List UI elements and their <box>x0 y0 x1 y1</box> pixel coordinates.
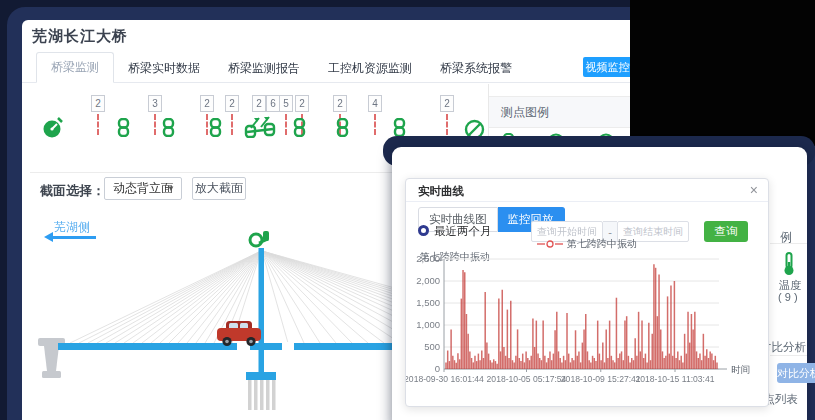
svg-text:1,000: 1,000 <box>416 319 440 330</box>
main-tab-bar: 桥梁监测桥梁实时数据桥梁监测报告工控机资源监测桥梁系统报警 <box>36 56 526 83</box>
page-title: 芜湖长江大桥 <box>32 27 128 46</box>
tab-0[interactable]: 桥梁监测 <box>36 52 114 83</box>
section-select-dropdown[interactable]: 动态背立面 ▼ <box>104 177 182 200</box>
section-select-value: 动态背立面 <box>113 181 173 195</box>
svg-text:1,500: 1,500 <box>416 297 440 308</box>
sensor-count-badge[interactable]: 2 <box>200 95 214 112</box>
recent-two-months-radio[interactable] <box>418 225 429 236</box>
vibration-chart: 05001,0001,5002,0002,5002018-09-30 16:01… <box>406 249 770 399</box>
svg-text:2018-09-30 16:01:44: 2018-09-30 16:01:44 <box>406 374 484 384</box>
tab-4[interactable]: 桥梁系统报警 <box>426 54 526 83</box>
tab-2[interactable]: 桥梁监测报告 <box>214 54 314 83</box>
sensor-guide-line <box>154 114 156 135</box>
svg-text:2018-10-15 11:03:41: 2018-10-15 11:03:41 <box>635 374 714 384</box>
sensor-guide-line <box>206 114 208 135</box>
screen-cutoff <box>630 0 815 146</box>
chain-link-icon[interactable] <box>336 118 349 141</box>
dialog-header: 实时曲线 × <box>406 179 768 202</box>
screen: 芜湖长江大桥 桥梁监测桥梁实时数据桥梁监测报告工控机资源监测桥梁系统报警 视频监… <box>0 0 815 420</box>
enlarge-section-button[interactable]: 放大截面 <box>192 177 246 200</box>
sensor-count-badge[interactable]: 2 <box>333 95 347 112</box>
section-select-label: 截面选择： <box>40 182 105 200</box>
tab-3[interactable]: 工控机资源监测 <box>314 54 426 83</box>
legend-marker-icon <box>537 240 563 248</box>
svg-text:时间: 时间 <box>731 364 750 375</box>
sliver-divider <box>770 243 807 244</box>
displacement-truss-icon[interactable] <box>244 112 276 142</box>
svg-text:2,500: 2,500 <box>416 253 440 264</box>
dialog-title: 实时曲线 <box>418 184 464 199</box>
sensor-count-badge[interactable]: 2 <box>91 95 105 112</box>
sensor-count-badge[interactable]: 2 <box>252 95 266 112</box>
sensor-count-badge[interactable]: 5 <box>279 95 293 112</box>
svg-text:0: 0 <box>435 363 440 374</box>
wind-gauge-icon[interactable] <box>42 116 64 144</box>
chain-link-icon[interactable] <box>117 118 130 141</box>
recent-two-months-label: 最近两个月 <box>434 224 492 239</box>
deck-joint <box>282 342 294 351</box>
realtime-curve-dialog: 实时曲线 × 实时曲线图监控回放 最近两个月 - 查询 第七跨跨中振动 第七跨跨… <box>405 178 769 407</box>
video-monitor-button[interactable]: 视频监控 <box>583 57 632 77</box>
sensor-guide-line <box>285 114 287 135</box>
tower-foundation-cap <box>246 372 276 380</box>
sensor-guide-line <box>231 114 233 135</box>
sensor-guide-line <box>97 114 99 135</box>
sensor-count-badge[interactable]: 6 <box>266 95 280 112</box>
chain-link-icon[interactable] <box>293 118 306 141</box>
bridge-tower <box>259 248 265 374</box>
sensor-count-badge[interactable]: 2 <box>225 95 239 112</box>
tower-piles <box>248 380 276 410</box>
tower-sensor-icon[interactable] <box>250 231 269 246</box>
curve-modal-window: 例 温度 ( 9 ) 对比分析 对比分析 测点列表 实时曲线 × 实时曲线图监控… <box>392 147 807 420</box>
svg-text:500: 500 <box>424 341 440 352</box>
sliver-divider <box>770 355 807 356</box>
sensor-count-badge[interactable]: 2 <box>295 95 309 112</box>
chain-link-icon[interactable] <box>162 118 175 141</box>
sensor-count-badge[interactable]: 3 <box>148 95 162 112</box>
sensor-count-badge[interactable]: 4 <box>368 95 382 112</box>
chevron-down-icon: ▼ <box>167 178 175 199</box>
sensor-guide-line <box>374 114 376 135</box>
query-button[interactable]: 查询 <box>704 221 748 242</box>
thermometer-icon[interactable] <box>782 252 796 280</box>
tab-1[interactable]: 桥梁实时数据 <box>114 54 214 83</box>
sensor-count-badge[interactable]: 2 <box>440 95 454 112</box>
chain-link-icon[interactable] <box>209 118 222 141</box>
temperature-count: ( 9 ) <box>778 291 798 303</box>
svg-text:2,000: 2,000 <box>416 275 440 286</box>
compare-analysis-button[interactable]: 对比分析 <box>777 363 815 383</box>
sensor-guide-line <box>446 114 448 135</box>
legend-panel-title: 测点图例 <box>489 96 632 128</box>
svg-text:2018-10-09 15:27:41: 2018-10-09 15:27:41 <box>561 374 641 384</box>
close-icon[interactable]: × <box>750 182 758 198</box>
svg-text:2018-10-05 05:17:54: 2018-10-05 05:17:54 <box>487 374 567 384</box>
